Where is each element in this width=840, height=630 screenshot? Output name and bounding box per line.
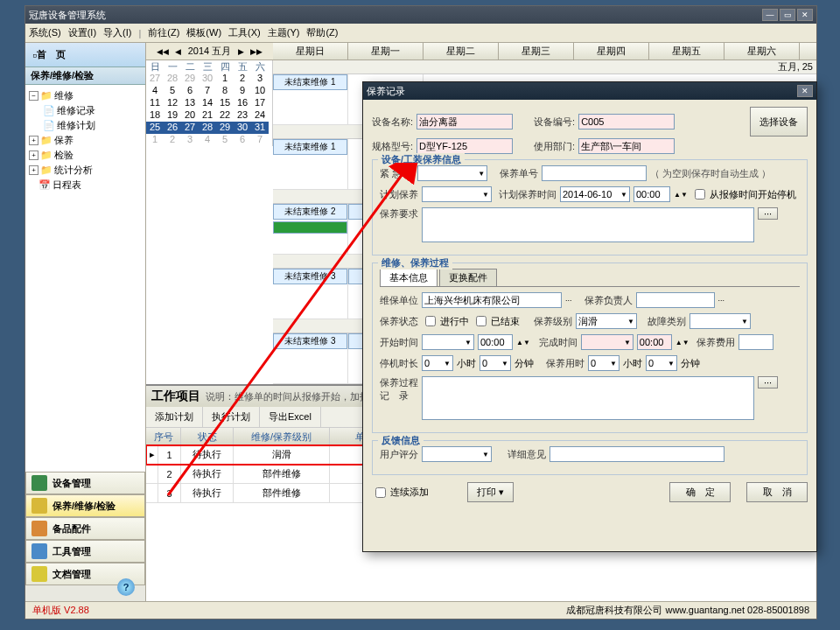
fault-dropdown[interactable] [690, 313, 751, 329]
col-status[interactable]: 状态 [181, 428, 234, 445]
calendar-day[interactable]: 30 [199, 73, 216, 85]
requirement-more-button[interactable]: ··· [758, 207, 778, 220]
calendar-day[interactable]: 31 [251, 122, 269, 134]
help-icon[interactable]: ? [117, 578, 135, 596]
calendar-day[interactable]: 14 [199, 97, 216, 109]
calendar-day[interactable]: 29 [216, 122, 234, 134]
used-mins-field[interactable]: 0 [646, 355, 677, 371]
unit-field[interactable] [422, 292, 562, 308]
schedule-task[interactable]: 未结束维修 1 [273, 74, 347, 90]
schedule-task[interactable]: 未结束维修 3 [273, 333, 347, 349]
status-done-checkbox[interactable]: 已结束 [472, 313, 520, 329]
calendar-day[interactable]: 16 [234, 97, 251, 109]
cal-prev-month-button[interactable]: ◀ [172, 46, 185, 58]
calendar-day[interactable]: 17 [251, 97, 269, 109]
calendar-day[interactable]: 1 [146, 134, 164, 146]
calendar-day[interactable]: 10 [251, 85, 269, 97]
tab-replace-parts[interactable]: 更换配件 [439, 269, 497, 286]
dialog-close-button[interactable]: ✕ [797, 85, 813, 97]
print-button[interactable]: 打印 ▾ [467, 482, 514, 502]
calendar-day[interactable]: 28 [164, 73, 181, 85]
tab-basic-info[interactable]: 基本信息 [380, 269, 438, 286]
calendar-day[interactable]: 24 [251, 109, 269, 122]
menu-goto[interactable]: 前往(Z) [148, 26, 179, 39]
cancel-button[interactable]: 取 消 [746, 482, 808, 502]
nav-device[interactable]: 设备管理 [25, 472, 145, 494]
calendar-day[interactable]: 21 [199, 109, 216, 122]
col-no[interactable]: 序号 [146, 428, 181, 445]
cal-next-year-button[interactable]: ▶▶ [250, 46, 262, 58]
expand-icon[interactable]: + [29, 165, 38, 175]
record-more-button[interactable]: ··· [758, 376, 778, 388]
tree-node-repair[interactable]: −📁 维修 [29, 88, 142, 103]
maximize-button[interactable]: ▭ [780, 9, 795, 21]
level-dropdown[interactable]: 润滑 [576, 313, 637, 329]
expand-icon[interactable]: − [29, 91, 38, 101]
calendar-day[interactable]: 11 [146, 97, 164, 109]
close-button[interactable]: ✕ [797, 9, 813, 21]
nav-maintenance[interactable]: 保养/维修/检验 [25, 494, 145, 517]
schedule-task[interactable]: 未结束维修 2 [273, 204, 347, 220]
nav-tools[interactable]: 工具管理 [25, 540, 145, 563]
menu-import[interactable]: 导入(I) [103, 26, 131, 39]
calendar-day[interactable]: 13 [181, 97, 199, 109]
calendar-day[interactable]: 18 [146, 109, 164, 122]
home-button[interactable]: ▫ 首 页 [25, 43, 145, 67]
add-plan-button[interactable]: 添加计划 [146, 407, 203, 427]
calendar-day[interactable]: 3 [251, 73, 269, 85]
export-excel-button[interactable]: 导出Excel [260, 407, 321, 427]
from-repair-checkbox[interactable]: 从报修时间开始停机 [691, 186, 796, 202]
calendar-day[interactable]: 4 [199, 134, 216, 146]
calendar-day[interactable]: 27 [146, 73, 164, 85]
menu-system[interactable]: 系统(S) [29, 26, 61, 39]
cal-prev-year-button[interactable]: ◀◀ [157, 46, 169, 58]
plan-time-field[interactable] [634, 186, 670, 202]
start-time-field[interactable] [478, 334, 513, 350]
tree-node-schedule[interactable]: 📅 日程表 [29, 178, 142, 192]
tree-node-inspect[interactable]: +📁 检验 [29, 148, 142, 163]
calendar-day[interactable]: 3 [181, 134, 199, 146]
calendar-day[interactable]: 22 [216, 109, 234, 122]
down-mins-field[interactable]: 0 [480, 355, 511, 371]
calendar-day[interactable]: 20 [181, 109, 199, 122]
calendar-day[interactable]: 7 [199, 85, 216, 97]
calendar-day[interactable]: 8 [216, 85, 234, 97]
urgency-dropdown[interactable] [417, 165, 487, 181]
calendar-day[interactable]: 26 [164, 122, 181, 134]
calendar-day[interactable]: 30 [234, 122, 251, 134]
calendar-day[interactable]: 5 [164, 85, 181, 97]
tree-node-repair-record[interactable]: 📄 维修记录 [29, 103, 142, 118]
end-date-field[interactable] [581, 334, 634, 350]
calendar-day[interactable]: 29 [181, 73, 199, 85]
schedule-task[interactable]: 未结束维修 1 [273, 139, 347, 155]
calendar-day[interactable]: 19 [164, 109, 181, 122]
select-device-button[interactable]: 选择设备 [750, 107, 808, 136]
calendar-day[interactable]: 23 [234, 109, 251, 122]
end-time-field[interactable] [637, 334, 672, 350]
rating-dropdown[interactable] [422, 446, 492, 462]
used-hours-field[interactable]: 0 [588, 355, 620, 371]
start-date-field[interactable] [422, 334, 474, 350]
expand-icon[interactable]: + [29, 150, 38, 160]
calendar-day[interactable]: 2 [164, 134, 181, 146]
cal-next-month-button[interactable]: ▶ [234, 46, 247, 58]
calendar-day[interactable]: 9 [234, 85, 251, 97]
calendar-day[interactable]: 28 [199, 122, 216, 134]
plan-dropdown[interactable] [422, 186, 492, 202]
down-hours-field[interactable]: 0 [422, 355, 453, 371]
calendar-day[interactable]: 7 [251, 134, 269, 146]
minimize-button[interactable]: — [762, 9, 778, 21]
menu-theme[interactable]: 主题(Y) [268, 26, 300, 39]
record-field[interactable] [422, 376, 754, 420]
order-no-field[interactable] [542, 165, 647, 181]
person-field[interactable] [636, 292, 715, 308]
menu-help[interactable]: 帮助(Z) [306, 26, 338, 39]
mini-calendar[interactable]: 日一二三四五六272829301234567891011121314151617… [146, 60, 273, 146]
calendar-day[interactable]: 6 [234, 134, 251, 146]
calendar-day[interactable]: 25 [146, 122, 164, 134]
menu-settings[interactable]: 设置(I) [68, 26, 96, 39]
status-inprogress-checkbox[interactable]: 进行中 [422, 313, 469, 329]
ok-button[interactable]: 确 定 [669, 482, 731, 502]
continuous-add-checkbox[interactable]: 连续添加 [372, 485, 429, 500]
schedule-task[interactable]: 未结束维修 3 [273, 269, 347, 284]
